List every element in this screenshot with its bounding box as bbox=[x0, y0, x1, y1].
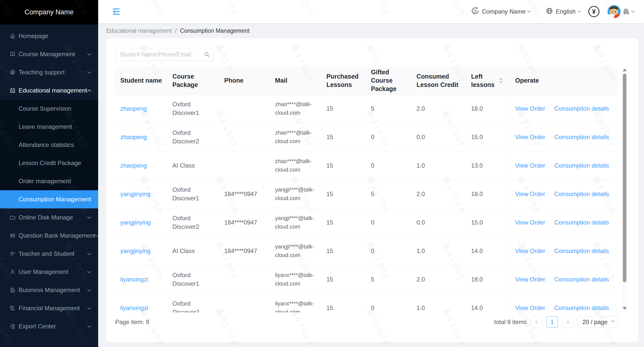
sidebar-item-course-management[interactable]: Course Management bbox=[0, 45, 98, 63]
sidebar: Company Name Homepage Course Management … bbox=[0, 0, 98, 347]
consumption-details-link[interactable]: Consumption details bbox=[554, 190, 609, 198]
view-order-link[interactable]: View Order bbox=[515, 133, 545, 141]
consumption-card: Student name Course Package Phone Mail P… bbox=[106, 38, 638, 342]
student-name-link[interactable]: zhaopeng bbox=[120, 134, 147, 140]
consumption-details-link[interactable]: Consumption details bbox=[554, 104, 609, 113]
sidebar-item-business-management[interactable]: Business Management bbox=[0, 281, 98, 299]
mail-cell: zhao****@talk-cloud.com bbox=[270, 100, 321, 117]
consumption-details-link[interactable]: Consumption details bbox=[554, 218, 609, 227]
sidebar-item-export-center[interactable]: Export Center bbox=[0, 317, 98, 335]
prev-page-button[interactable] bbox=[531, 316, 542, 328]
sidebar-item-label: Teacher and Student bbox=[19, 250, 88, 257]
language-selector[interactable]: English bbox=[546, 7, 580, 16]
scrollbar-thumb[interactable] bbox=[623, 74, 626, 282]
view-order-link[interactable]: View Order bbox=[515, 247, 545, 255]
student-name-link[interactable]: liyanxingzi bbox=[120, 276, 148, 283]
consumption-details-link[interactable]: Consumption details bbox=[554, 304, 609, 312]
sidebar-item-educational-management[interactable]: Educational management bbox=[0, 81, 98, 100]
consumption-details-link[interactable]: Consumption details bbox=[554, 247, 609, 255]
sort-icon[interactable] bbox=[499, 78, 503, 83]
col-operate: Operate bbox=[510, 67, 618, 94]
sidebar-item-homepage[interactable]: Homepage bbox=[0, 27, 98, 45]
gifted-course-package-cell: 5 bbox=[366, 104, 411, 113]
student-name-link[interactable]: yangjinying bbox=[120, 219, 150, 226]
table-row: liyanxingzi Oxford Discover1 liyanx****@… bbox=[115, 265, 618, 294]
student-name-link[interactable]: zhaopeng bbox=[120, 105, 147, 112]
mail-cell: liyanx****@talk-cloud.com bbox=[270, 299, 321, 312]
consumed-lesson-credit-cell: 0.0 bbox=[411, 133, 466, 141]
col-gifted-course-package: Gifted Course Package bbox=[366, 68, 411, 93]
sidebar-item-teacher-and-student[interactable]: Teacher and Student bbox=[0, 245, 98, 263]
svg-text:企: 企 bbox=[473, 9, 477, 13]
submenu-item-label: Course Supervision bbox=[19, 105, 71, 112]
avatar[interactable] bbox=[608, 5, 621, 18]
col-left-lessons-label: Left lessons bbox=[471, 72, 496, 89]
sidebar-item-user-management[interactable]: User Management bbox=[0, 263, 98, 281]
page-1-button[interactable]: 1 bbox=[546, 316, 558, 328]
currency-yen-icon[interactable]: ¥ bbox=[588, 6, 599, 17]
sidebar-item-label: Export Center bbox=[19, 323, 88, 330]
student-name-link[interactable]: liyanxingzi bbox=[120, 304, 148, 311]
sidebar-item-attendance-statistics[interactable]: Attendance statistics bbox=[0, 136, 98, 154]
consumption-details-link[interactable]: Consumption details bbox=[554, 275, 609, 284]
gifted-course-package-cell: 5 bbox=[366, 275, 411, 284]
chevron-down-icon bbox=[527, 9, 531, 13]
view-order-link[interactable]: View Order bbox=[515, 161, 545, 170]
sidebar-item-lesson-credit-package[interactable]: Lesson Credit Package bbox=[0, 154, 98, 172]
sidebar-menu: Homepage Course Management Teaching supp… bbox=[0, 24, 98, 335]
submenu-item-label: Order management bbox=[19, 178, 71, 185]
user-menu[interactable]: 義 bbox=[608, 5, 634, 18]
breadcrumb-parent[interactable]: Educational management bbox=[106, 27, 172, 34]
sidebar-collapse-icon[interactable] bbox=[112, 7, 121, 16]
page-size-select[interactable]: 20 / page bbox=[578, 316, 618, 328]
next-page-button[interactable] bbox=[562, 316, 574, 328]
search-box bbox=[115, 48, 214, 61]
view-order-link[interactable]: View Order bbox=[515, 104, 545, 113]
sidebar-company-title: Company Name bbox=[24, 8, 73, 16]
calendar-icon bbox=[10, 87, 16, 94]
company-name-label: Company Name bbox=[482, 8, 525, 15]
consumption-details-link[interactable]: Consumption details bbox=[554, 133, 609, 141]
topbar-right: 企 Company Name English ¥ 義 bbox=[471, 5, 634, 18]
scroll-up-icon[interactable] bbox=[622, 67, 627, 73]
sidebar-item-consumption-management[interactable]: Consumption Management bbox=[0, 190, 98, 208]
sidebar-item-online-disk-manage[interactable]: Online Disk Manage bbox=[0, 208, 98, 227]
student-name-link[interactable]: yangjinying bbox=[120, 247, 150, 254]
search-input[interactable] bbox=[115, 48, 214, 61]
home-icon bbox=[10, 33, 16, 39]
course-package-cell: Oxford Discover2 bbox=[167, 129, 219, 146]
view-order-link[interactable]: View Order bbox=[515, 304, 545, 312]
table-scrollbar[interactable] bbox=[622, 67, 627, 311]
sidebar-item-course-supervision[interactable]: Course Supervision bbox=[0, 100, 98, 118]
sidebar-item-leave-management[interactable]: Leave management bbox=[0, 118, 98, 136]
mail-cell: zhao****@talk-cloud.com bbox=[270, 129, 321, 146]
company-switcher[interactable]: 企 Company Name bbox=[471, 7, 530, 17]
sidebar-item-label: Course Management bbox=[19, 51, 88, 58]
col-consumed-lesson-credit: Consumed Lesson Credit bbox=[411, 72, 466, 89]
student-name-link[interactable]: yangjinying bbox=[120, 191, 150, 197]
search-icon[interactable] bbox=[204, 51, 210, 59]
view-order-link[interactable]: View Order bbox=[515, 218, 545, 227]
view-order-link[interactable]: View Order bbox=[515, 275, 545, 284]
sidebar-item-order-management[interactable]: Order management bbox=[0, 172, 98, 190]
page-size-value: 20 / page bbox=[582, 319, 608, 326]
consumed-lesson-credit-cell: 2.0 bbox=[411, 275, 466, 284]
table-footer: Page item: 9 total 9 items 1 20 / page bbox=[115, 316, 618, 328]
gifted-course-package-cell: 0 bbox=[366, 247, 411, 255]
sidebar-item-teaching-support[interactable]: Teaching support bbox=[0, 63, 98, 81]
phone-cell: 184****0947 bbox=[219, 247, 270, 255]
scroll-down-icon[interactable] bbox=[622, 305, 627, 311]
student-name-link[interactable]: zhaopeng bbox=[120, 162, 147, 169]
phone-cell: 184****0947 bbox=[219, 190, 270, 198]
purchased-lessons-cell: 15 bbox=[321, 218, 366, 227]
course-package-cell: AI Class bbox=[167, 247, 219, 255]
chevron-down-icon bbox=[578, 9, 581, 13]
sidebar-item-financial-management[interactable]: Financial Management bbox=[0, 299, 98, 317]
language-label: English bbox=[556, 8, 576, 15]
sidebar-item-question-bank-management[interactable]: Question Bank Management bbox=[0, 227, 98, 245]
consumption-table: Student name Course Package Phone Mail P… bbox=[115, 67, 618, 312]
view-order-link[interactable]: View Order bbox=[515, 190, 545, 198]
sidebar-item-label: Question Bank Management bbox=[19, 232, 95, 239]
consumption-details-link[interactable]: Consumption details bbox=[554, 161, 609, 170]
sidebar-item-label: Online Disk Manage bbox=[19, 214, 88, 221]
